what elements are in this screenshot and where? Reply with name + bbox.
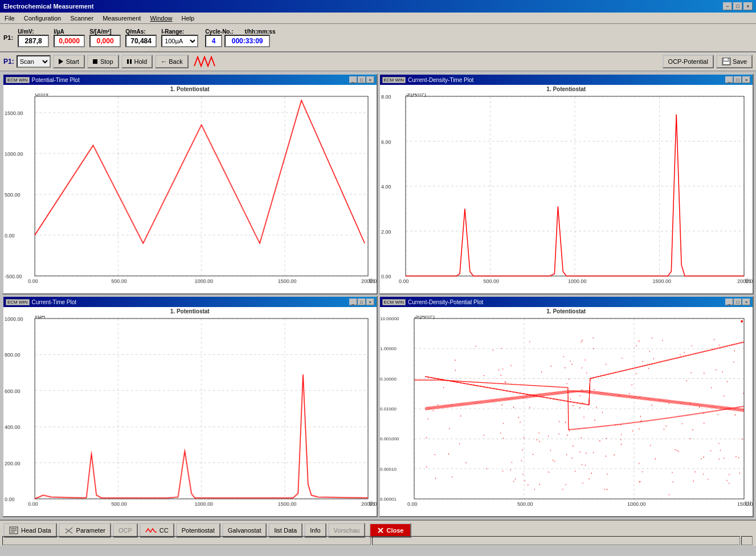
- plot2-max-btn[interactable]: □: [734, 76, 742, 83]
- main-content: P1: Scan Step OCP Start Stop Hold ← Back…: [0, 52, 756, 534]
- current-density-time-canvas: [380, 93, 753, 293]
- q-group: Q/mAs: 70,484: [125, 28, 157, 47]
- p1-control-label: P1:: [3, 58, 14, 66]
- potential-time-content: [3, 93, 377, 293]
- status-panel-1: [2, 536, 371, 545]
- stop-icon: [93, 59, 97, 64]
- start-button[interactable]: Start: [53, 55, 85, 68]
- plot1-min-btn[interactable]: _: [349, 76, 357, 83]
- save-button[interactable]: Save: [716, 55, 753, 68]
- save-icon: [722, 58, 731, 66]
- maximize-button[interactable]: □: [733, 2, 742, 10]
- back-label: ← Back: [161, 58, 183, 65]
- current-time-plot: ECM WIN Current-Time Plot _ □ × 1. Poten…: [2, 296, 378, 517]
- current-time-titlebar: ECM WIN Current-Time Plot _ □ ×: [3, 297, 377, 307]
- potential-time-canvas: [3, 93, 377, 293]
- potentiostat-label: Potentiostat: [182, 527, 215, 534]
- current-density-potential-titlebar: ECM WIN Current-Density-Potential Plot _…: [380, 297, 753, 307]
- menu-measurement[interactable]: Measurement: [100, 14, 143, 22]
- plot4-close-btn[interactable]: ×: [742, 299, 750, 305]
- close-icon: [377, 527, 384, 534]
- current-density-potential-plot: ECM WIN Current-Density-Potential Plot _…: [379, 296, 754, 517]
- current-time-content: [3, 316, 377, 516]
- plot3-close-btn[interactable]: ×: [366, 299, 374, 305]
- plot1-close-btn[interactable]: ×: [366, 76, 374, 83]
- current-density-potential-title: Current-Density-Potential Plot: [408, 299, 483, 305]
- current-density-potential-subtitle: 1. Potentiostat: [380, 307, 753, 316]
- parameter-label: Parameter: [76, 527, 105, 534]
- list-data-label: list Data: [274, 527, 297, 534]
- irange-header: I-Range:: [161, 28, 184, 35]
- plot3-max-btn[interactable]: □: [358, 299, 366, 305]
- potential-time-subtitle: 1. Potentiostat: [3, 85, 377, 93]
- cycle-no-header: Cycle-No.:: [205, 28, 233, 35]
- close-button[interactable]: ×: [743, 2, 753, 10]
- plot-win-icon-3: ECM WIN: [6, 299, 30, 305]
- u-mv-group: U/mV: 287,8: [18, 28, 49, 47]
- menu-configuration[interactable]: Configuration: [22, 14, 63, 22]
- current-density-time-title: Current-Density-Time Plot: [408, 77, 473, 83]
- app-title: Electrochemical Measurement: [3, 3, 93, 10]
- mode-select[interactable]: Scan Step OCP: [17, 55, 51, 68]
- current-time-title: Current-Time Plot: [32, 299, 77, 305]
- i-ua-value: 0,0000: [54, 35, 85, 47]
- cc-label: CC: [160, 527, 169, 534]
- plot2-min-btn[interactable]: _: [725, 76, 733, 83]
- s-header: S/[A/m²]: [89, 28, 111, 35]
- svg-rect-1: [724, 58, 728, 61]
- cycle-values: 4 000:33:09: [205, 35, 275, 47]
- irange-group: I-Range: 100µA 10µA 1mA 10mA: [161, 28, 198, 47]
- head-data-label: Head Data: [21, 527, 51, 534]
- plot2-close-btn[interactable]: ×: [742, 76, 750, 83]
- pause-icon: [127, 59, 132, 64]
- current-density-potential-content: [380, 316, 753, 516]
- stop-button[interactable]: Stop: [87, 55, 119, 68]
- q-header: Q/mAs:: [125, 28, 146, 35]
- head-data-icon: [9, 526, 18, 534]
- q-value: 70,484: [125, 35, 157, 47]
- back-button[interactable]: ← Back: [155, 55, 189, 68]
- current-density-time-titlebar: ECM WIN Current-Density-Time Plot _ □ ×: [380, 75, 753, 85]
- cycle-headers: Cycle-No.: t/hh:mm:ss: [205, 28, 275, 35]
- s-value: 0,000: [89, 35, 121, 47]
- plot-win-icon-1: ECM WIN: [6, 77, 30, 83]
- stop-label: Stop: [100, 58, 113, 65]
- svg-rect-2: [723, 62, 730, 64]
- plot4-min-btn[interactable]: _: [725, 299, 733, 305]
- play-icon: [59, 59, 63, 64]
- plots-area: ECM WIN Potential-Time Plot _ □ × 1. Pot…: [0, 71, 756, 520]
- irange-select[interactable]: 100µA 10µA 1mA 10mA: [161, 35, 198, 47]
- plot4-max-btn[interactable]: □: [734, 299, 742, 305]
- vorschau-label: Vorschau: [334, 527, 360, 534]
- measurement-bar: P1: U/mV: 287,8 I/µA 0,0000 S/[A/m²] 0,0…: [0, 24, 756, 52]
- window-controls: − □ ×: [723, 2, 753, 10]
- s-group: S/[A/m²] 0,000: [89, 28, 121, 47]
- potential-time-title: Potential-Time Plot: [32, 77, 80, 83]
- menu-bar: File Configuration Scanner Measurement W…: [0, 13, 756, 24]
- plot-win-icon-4: ECM WIN: [382, 299, 406, 305]
- time-header: t/hh:mm:ss: [245, 28, 276, 35]
- u-mv-value: 287,8: [18, 35, 49, 47]
- current-density-time-content: [380, 93, 753, 293]
- status-panel-3: [741, 536, 753, 545]
- hold-button[interactable]: Hold: [121, 55, 153, 68]
- minimize-button[interactable]: −: [723, 2, 732, 10]
- ocp-potential-button[interactable]: OCP-Potential: [663, 55, 714, 68]
- p1-measurement-label: P1:: [3, 34, 13, 41]
- current-density-time-subtitle: 1. Potentiostat: [380, 85, 753, 93]
- menu-scanner[interactable]: Scanner: [68, 14, 96, 22]
- i-ua-header: I/µA: [54, 28, 64, 35]
- cycle-group: Cycle-No.: t/hh:mm:ss 4 000:33:09: [205, 28, 275, 47]
- menu-help[interactable]: Help: [179, 14, 197, 22]
- current-density-potential-canvas: [380, 316, 753, 516]
- current-time-subtitle: 1. Potentiostat: [3, 307, 377, 316]
- plot3-min-btn[interactable]: _: [349, 299, 357, 305]
- current-time-canvas: [3, 316, 377, 516]
- potential-time-plot: ECM WIN Potential-Time Plot _ □ × 1. Pot…: [2, 73, 378, 295]
- menu-file[interactable]: File: [2, 14, 17, 22]
- cc-icon: [145, 526, 157, 534]
- current-density-time-plot: ECM WIN Current-Density-Time Plot _ □ × …: [379, 73, 754, 295]
- status-panel-2: [372, 536, 741, 545]
- menu-window[interactable]: Window: [148, 14, 174, 22]
- plot1-max-btn[interactable]: □: [358, 76, 366, 83]
